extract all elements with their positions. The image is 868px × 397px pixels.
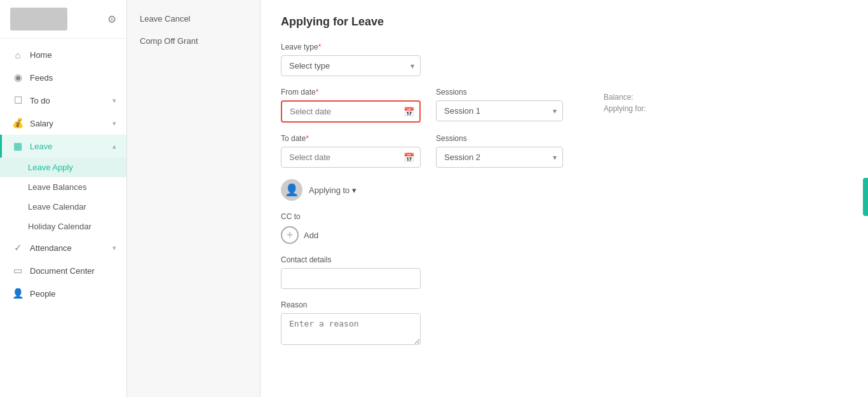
from-session-select[interactable]: Session 1 Session 2 [436,100,563,121]
balance-label: Balance: [604,93,646,102]
comp-off-grant-label: Comp Off Grant [140,36,198,46]
leave-icon: ▦ [12,140,24,152]
attendance-icon: ✓ [12,242,24,253]
middle-panel: Leave Cancel Comp Off Grant [127,0,261,397]
sidebar-item-todo-label: To do [30,96,50,105]
chevron-down-icon: ▾ [112,97,116,105]
from-date-input[interactable] [281,100,421,123]
from-date-row: From date* 📅 Sessions Session 1 Session … [281,88,848,123]
leave-cancel-label: Leave Cancel [140,14,191,24]
document-icon: ▭ [12,265,24,276]
leave-type-select-wrapper: Select type Casual Leave Sick Leave Earn… [281,55,421,76]
leave-balances-label: Leave Balances [28,182,87,192]
applying-to-row: 👤 Applying to ▾ [281,179,848,201]
sidebar-item-home-label: Home [30,50,52,60]
add-label: Add [304,231,318,240]
sidebar-item-document-center-label: Document Center [30,266,95,276]
todo-icon: ☐ [12,95,24,106]
reason-textarea[interactable] [281,313,421,345]
leave-apply-label: Leave Apply [28,163,73,172]
sidebar-item-todo[interactable]: ☐ To do ▾ [0,89,126,112]
applying-to-button[interactable]: Applying to ▾ [309,185,356,195]
sidebar-item-document-center[interactable]: ▭ Document Center [0,259,126,282]
page-title: Applying for Leave [281,15,848,29]
sidebar-item-leave[interactable]: ▦ Leave ▴ [0,135,126,158]
company-logo [10,8,67,30]
sidebar-sub-item-leave-apply[interactable]: Leave Apply [0,158,126,177]
chevron-down-icon: ▾ [112,244,116,252]
to-sessions-label: Sessions [436,134,563,143]
balance-section: Balance: Applying for: [604,88,646,116]
home-icon: ⌂ [12,50,24,60]
holiday-calendar-label: Holiday Calendar [28,222,92,231]
leave-type-select[interactable]: Select type Casual Leave Sick Leave Earn… [281,55,421,76]
from-date-group: From date* 📅 [281,88,421,123]
people-icon: 👤 [12,288,24,299]
middle-panel-item-comp-off-grant[interactable]: Comp Off Grant [127,30,260,52]
sidebar-item-people-label: People [30,289,55,299]
applying-for-label: Applying for: [604,104,646,113]
sidebar-item-feeds[interactable]: ◉ Feeds [0,66,126,89]
to-date-input[interactable] [281,147,421,168]
sidebar-item-feeds-label: Feeds [30,73,53,83]
leave-calendar-label: Leave Calendar [28,202,86,212]
sidebar-sub-item-holiday-calendar[interactable]: Holiday Calendar [0,217,126,236]
contact-details-section: Contact details [281,255,848,289]
to-session-select[interactable]: Session 1 Session 2 [436,147,563,168]
cc-to-label: CC to [281,212,848,221]
main-content: Applying for Leave Leave type* Select ty… [261,0,868,397]
to-date-label: To date* [281,134,421,143]
chevron-down-icon: ▾ [352,185,356,195]
chevron-down-icon: ▾ [112,119,116,128]
middle-panel-item-leave-cancel[interactable]: Leave Cancel [127,8,260,30]
reason-label: Reason [281,300,848,309]
from-sessions-select-wrapper: Session 1 Session 2 ▾ [436,100,563,121]
sidebar-sub-item-leave-balances[interactable]: Leave Balances [0,177,126,197]
sidebar-item-people[interactable]: 👤 People [0,282,126,305]
from-date-label: From date* [281,88,421,97]
from-date-input-wrapper: 📅 [281,100,421,123]
sidebar-item-salary[interactable]: 💰 Salary ▾ [0,112,126,135]
to-date-row: To date* 📅 Sessions Session 1 Session 2 … [281,134,848,168]
sidebar-item-leave-label: Leave [30,142,52,151]
to-sessions-select-wrapper: Session 1 Session 2 ▾ [436,147,563,168]
from-sessions-group: Sessions Session 1 Session 2 ▾ [436,88,563,121]
from-sessions-label: Sessions [436,88,563,97]
contact-details-input[interactable] [281,268,421,289]
right-tab [863,178,868,216]
avatar: 👤 [281,179,302,201]
applying-to-label: Applying to [309,185,349,195]
gear-icon[interactable]: ⚙ [107,13,116,25]
sidebar-nav: ⌂ Home ◉ Feeds ☐ To do ▾ 💰 Salary ▾ ▦ Le… [0,39,126,397]
to-date-group: To date* 📅 [281,134,421,168]
to-date-input-wrapper: 📅 [281,147,421,168]
avatar-icon: 👤 [285,183,299,197]
sidebar-item-attendance[interactable]: ✓ Attendance ▾ [0,236,126,259]
sidebar-sub-item-leave-calendar[interactable]: Leave Calendar [0,197,126,217]
leave-form: Applying for Leave Leave type* Select ty… [281,15,848,347]
leave-type-label: Leave type* [281,43,848,51]
sidebar-item-salary-label: Salary [30,119,53,128]
salary-icon: 💰 [12,118,24,129]
leave-type-section: Leave type* Select type Casual Leave Sic… [281,43,848,76]
sidebar: ⚙ ⌂ Home ◉ Feeds ☐ To do ▾ 💰 Salary ▾ ▦ … [0,0,127,397]
to-sessions-group: Sessions Session 1 Session 2 ▾ [436,134,563,168]
sidebar-item-home[interactable]: ⌂ Home [0,44,126,66]
chevron-up-icon: ▴ [112,142,116,151]
feeds-icon: ◉ [12,72,24,83]
add-circle-icon: + [281,226,299,244]
reason-section: Reason [281,300,848,347]
sidebar-header: ⚙ [0,0,126,39]
contact-details-label: Contact details [281,255,848,264]
cc-to-section: CC to + Add [281,212,848,244]
add-cc-button[interactable]: + Add [281,226,318,244]
sidebar-item-attendance-label: Attendance [30,243,72,253]
